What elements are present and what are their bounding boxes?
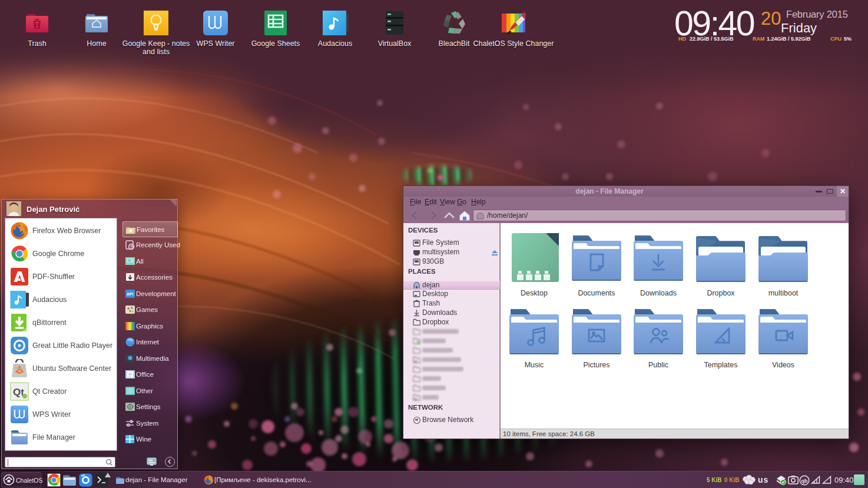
svg-text:qb: qb (801, 478, 808, 484)
svg-text:API: API (127, 292, 134, 296)
